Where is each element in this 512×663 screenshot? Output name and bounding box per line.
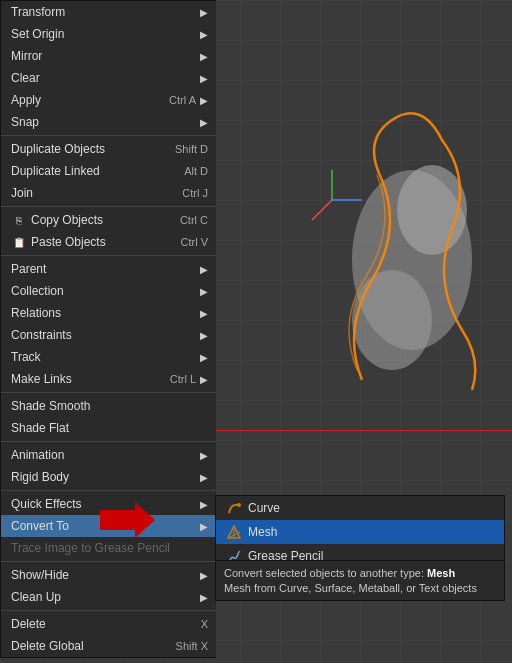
divider-4 [1,392,216,393]
svg-marker-6 [100,502,155,538]
tooltip-type: Mesh [427,567,455,579]
menu-item-animation[interactable]: Animation ▶ [1,444,216,466]
tooltip-title: Convert selected objects to another type… [224,567,496,579]
context-menu: Transform ▶ Set Origin ▶ Mirror ▶ Clear … [0,0,216,658]
copy-icon: ⎘ [11,215,27,226]
menu-item-set-origin[interactable]: Set Origin ▶ [1,23,216,45]
menu-item-snap[interactable]: Snap ▶ [1,111,216,133]
menu-item-copy-objects[interactable]: ⎘ Copy Objects Ctrl C [1,209,216,231]
menu-item-delete-global[interactable]: Delete Global Shift X [1,635,216,657]
divider-6 [1,490,216,491]
svg-point-2 [397,165,467,255]
menu-item-mirror[interactable]: Mirror ▶ [1,45,216,67]
menu-item-transform[interactable]: Transform ▶ [1,1,216,23]
divider-1 [1,135,216,136]
menu-item-duplicate-objects[interactable]: Duplicate Objects Shift D [1,138,216,160]
menu-item-delete[interactable]: Delete X [1,613,216,635]
submenu-convert-to: Curve Mesh Grease Pencil [215,495,505,569]
divider-7 [1,561,216,562]
divider-3 [1,255,216,256]
divider-5 [1,441,216,442]
curve-icon [226,501,242,515]
tooltip-description: Mesh from Curve, Surface, Metaball, or T… [224,582,496,594]
menu-item-clean-up[interactable]: Clean Up ▶ [1,586,216,608]
menu-item-collection[interactable]: Collection ▶ [1,280,216,302]
red-line [215,430,512,431]
menu-item-apply[interactable]: Apply Ctrl A ▶ [1,89,216,111]
menu-item-parent[interactable]: Parent ▶ [1,258,216,280]
menu-item-constraints[interactable]: Constraints ▶ [1,324,216,346]
menu-item-trace-image[interactable]: Trace Image to Grease Pencil [1,537,216,559]
svg-line-5 [312,200,332,220]
mesh-icon [226,525,242,539]
3d-object [282,80,502,420]
menu-item-rigid-body[interactable]: Rigid Body ▶ [1,466,216,488]
menu-item-track[interactable]: Track ▶ [1,346,216,368]
submenu-item-mesh[interactable]: Mesh [216,520,504,544]
divider-8 [1,610,216,611]
menu-item-relations[interactable]: Relations ▶ [1,302,216,324]
menu-item-paste-objects[interactable]: 📋 Paste Objects Ctrl V [1,231,216,253]
submenu-item-curve[interactable]: Curve [216,496,504,520]
menu-item-shade-smooth[interactable]: Shade Smooth [1,395,216,417]
menu-item-make-links[interactable]: Make Links Ctrl L ▶ [1,368,216,390]
svg-point-7 [237,503,241,507]
menu-item-clear[interactable]: Clear ▶ [1,67,216,89]
red-arrow [100,500,160,540]
paste-icon: 📋 [11,237,27,248]
divider-2 [1,206,216,207]
menu-item-duplicate-linked[interactable]: Duplicate Linked Alt D [1,160,216,182]
menu-item-shade-flat[interactable]: Shade Flat [1,417,216,439]
menu-item-show-hide[interactable]: Show/Hide ▶ [1,564,216,586]
svg-point-1 [352,270,432,370]
tooltip-box: Convert selected objects to another type… [215,560,505,601]
menu-item-join[interactable]: Join Ctrl J [1,182,216,204]
